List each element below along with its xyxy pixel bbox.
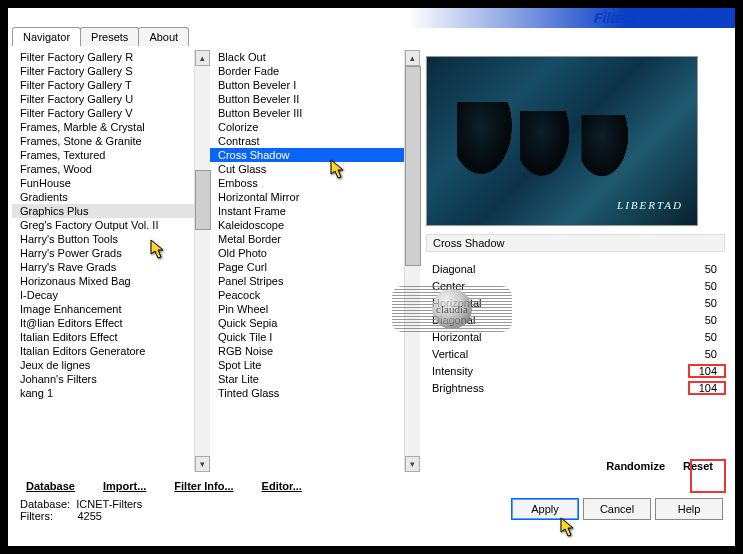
category-item[interactable]: Italian Editors Generatore [12,344,194,358]
slider-row[interactable]: Brightness104 [426,379,725,396]
filter-item[interactable]: Border Fade [210,64,404,78]
filter-item[interactable]: Peacock [210,288,404,302]
filter-item[interactable]: Contrast [210,134,404,148]
slider-label: Intensity [426,365,689,377]
slider-value: 50 [689,331,725,343]
category-item[interactable]: Filter Factory Gallery R [12,50,194,64]
category-item[interactable]: Harry's Power Grads [12,246,194,260]
filter-item[interactable]: Metal Border [210,232,404,246]
category-item[interactable]: Jeux de lignes [12,358,194,372]
slider-value: 50 [689,348,725,360]
cancel-button[interactable]: Cancel [583,498,651,520]
slider-label: Vertical [426,348,689,360]
category-item[interactable]: Frames, Stone & Granite [12,134,194,148]
app-title: Filters Unlimited 2.0 [594,10,727,26]
filter-item[interactable]: Instant Frame [210,204,404,218]
category-item[interactable]: Frames, Marble & Crystal [12,120,194,134]
filter-item[interactable]: Button Beveler III [210,106,404,120]
category-item[interactable]: kang 1 [12,386,194,400]
scroll-down-icon[interactable]: ▾ [195,456,210,472]
filter-item[interactable]: Cut Glass [210,162,404,176]
category-item[interactable]: Italian Editors Effect [12,330,194,344]
category-item[interactable]: Frames, Textured [12,148,194,162]
filter-item[interactable]: Kaleidoscope [210,218,404,232]
category-item[interactable]: I-Decay [12,288,194,302]
filter-item[interactable]: Tinted Glass [210,386,404,400]
slider-value: 104 [689,382,725,394]
category-item[interactable]: Harry's Rave Grads [12,260,194,274]
tab-presets[interactable]: Presets [80,27,139,46]
slider-label: Horizontal [426,331,689,343]
preview-caption: LIBERTAD [617,199,683,211]
category-scrollbar[interactable]: ▴ ▾ [194,50,210,472]
randomize-button[interactable]: Randomize [606,460,665,472]
category-item[interactable]: Filter Factory Gallery V [12,106,194,120]
filter-item[interactable]: Button Beveler I [210,78,404,92]
category-item[interactable]: Gradients [12,190,194,204]
filter-list[interactable]: Black OutBorder FadeButton Beveler IButt… [210,50,404,472]
tab-about[interactable]: About [138,27,189,46]
category-item[interactable]: Johann's Filters [12,372,194,386]
title-bar: Filters Unlimited 2.0 [8,8,735,28]
watermark: claudia [392,286,512,332]
scroll-thumb[interactable] [405,66,421,266]
category-item[interactable]: It@lian Editors Effect [12,316,194,330]
highlight-box [690,459,726,493]
filter-item[interactable]: Pin Wheel [210,302,404,316]
filter-item[interactable]: Star Lite [210,372,404,386]
category-item[interactable]: Horizonaus Mixed Bag [12,274,194,288]
filter-item[interactable]: Old Photo [210,246,404,260]
preview-image: LIBERTAD [426,56,698,226]
category-item[interactable]: FunHouse [12,176,194,190]
toolbar: Database Import... Filter Info... Editor… [8,476,735,492]
category-item[interactable]: Image Enhancement [12,302,194,316]
slider-row[interactable]: Diagonal50 [426,260,725,277]
slider-label: Diagonal [426,263,689,275]
filter-item[interactable]: Emboss [210,176,404,190]
category-item[interactable]: Filter Factory Gallery T [12,78,194,92]
filter-item[interactable]: Cross Shadow [210,148,404,162]
slider-label: Brightness [426,382,689,394]
slider-value: 50 [689,314,725,326]
filter-info-button[interactable]: Filter Info... [174,480,233,492]
tab-bar: NavigatorPresetsAbout [8,27,735,46]
slider-value: 50 [689,280,725,292]
category-item[interactable]: Filter Factory Gallery U [12,92,194,106]
filter-item[interactable]: Quick Tile I [210,330,404,344]
filter-item[interactable]: Black Out [210,50,404,64]
filter-item[interactable]: Spot Lite [210,358,404,372]
current-filter-name: Cross Shadow [426,234,725,252]
filter-item[interactable]: Horizontal Mirror [210,190,404,204]
scroll-up-icon[interactable]: ▴ [405,50,420,66]
import-button[interactable]: Import... [103,480,146,492]
editor-button[interactable]: Editor... [262,480,302,492]
filter-item[interactable]: Button Beveler II [210,92,404,106]
scroll-thumb[interactable] [195,170,211,230]
scroll-up-icon[interactable]: ▴ [195,50,210,66]
filter-item[interactable]: RGB Noise [210,344,404,358]
category-item[interactable]: Greg's Factory Output Vol. II [12,218,194,232]
apply-button[interactable]: Apply [511,498,579,520]
category-list[interactable]: Filter Factory Gallery RFilter Factory G… [12,50,194,472]
tab-navigator[interactable]: Navigator [12,27,81,46]
filter-item[interactable]: Quick Sepia [210,316,404,330]
slider-row[interactable]: Vertical50 [426,345,725,362]
category-item[interactable]: Harry's Button Tools [12,232,194,246]
slider-row[interactable]: Intensity104 [426,362,725,379]
slider-value: 104 [689,365,725,377]
footer-info: Database: ICNET-Filters Filters: 4255 [20,498,511,522]
category-item[interactable]: Filter Factory Gallery S [12,64,194,78]
slider-value: 50 [689,263,725,275]
filter-scrollbar[interactable]: ▴ ▾ [404,50,420,472]
category-item[interactable]: Graphics Plus [12,204,194,218]
filter-item[interactable]: Panel Stripes [210,274,404,288]
database-button[interactable]: Database [26,480,75,492]
category-item[interactable]: Frames, Wood [12,162,194,176]
filter-item[interactable]: Page Curl [210,260,404,274]
filter-item[interactable]: Colorize [210,120,404,134]
help-button[interactable]: Help [655,498,723,520]
scroll-down-icon[interactable]: ▾ [405,456,420,472]
slider-value: 50 [689,297,725,309]
